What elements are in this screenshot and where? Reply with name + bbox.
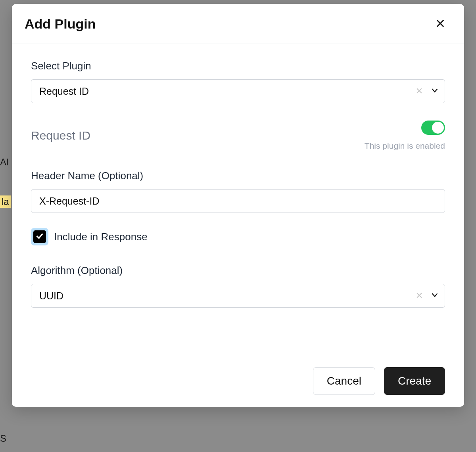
include-in-response-label: Include in Response [54,231,148,243]
clear-icon[interactable] [415,290,423,302]
clear-icon[interactable] [415,86,423,97]
check-icon [35,232,44,242]
add-plugin-modal: Add Plugin Select Plugin Request ID Requ… [12,4,464,407]
header-name-input[interactable] [31,189,445,213]
background-text: S [0,433,6,444]
select-plugin-dropdown[interactable]: Request ID [31,79,445,103]
chevron-down-icon [430,86,439,97]
close-icon [435,18,446,30]
modal-body: Select Plugin Request ID Request ID This… [12,44,464,355]
modal-title: Add Plugin [25,16,96,32]
algorithm-value: UUID [39,290,415,302]
plugin-enabled-toggle[interactable] [421,121,445,135]
modal-header: Add Plugin [12,4,464,44]
create-button[interactable]: Create [384,367,445,395]
select-plugin-label: Select Plugin [31,60,445,72]
modal-footer: Cancel Create [12,355,464,407]
algorithm-label: Algorithm (Optional) [31,264,445,277]
header-name-label: Header Name (Optional) [31,170,445,182]
close-button[interactable] [432,16,448,32]
chevron-down-icon [430,290,439,302]
algorithm-dropdown[interactable]: UUID [31,284,445,308]
background-text: Al [0,157,8,168]
include-in-response-checkbox[interactable] [31,228,48,245]
toggle-knob [432,122,444,134]
background-tag: la [0,196,11,207]
cancel-button[interactable]: Cancel [313,367,375,395]
select-plugin-value: Request ID [39,86,415,97]
plugin-enabled-help: This plugin is enabled [365,141,445,151]
plugin-name-heading: Request ID [31,129,90,142]
